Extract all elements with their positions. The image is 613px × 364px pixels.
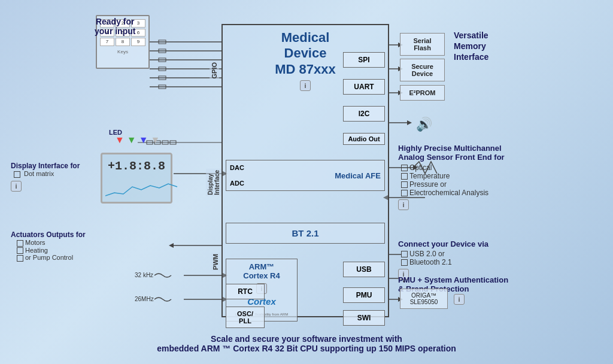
- main-diagram: 1 2 3 4 5 6 7 8 9 Keys Ready for your in…: [6, 6, 607, 358]
- temp-label: Temperature: [409, 172, 450, 180]
- osc-block: OSC/PLL: [226, 307, 265, 328]
- optical-checkbox: [401, 165, 408, 171]
- led-white-icon: ▼: [151, 135, 160, 145]
- bottom-text: Scale and secure your software investmen…: [157, 334, 456, 353]
- freq-26mhz-label: 26MHz: [135, 296, 154, 302]
- speaker-icon: 🔊: [416, 117, 432, 132]
- origa-info-icon[interactable]: i: [454, 294, 465, 305]
- svg-rect-43: [162, 141, 168, 144]
- memory-interface-label: Versatile Memory Interface: [454, 30, 488, 63]
- led-red-icon: ▼: [115, 135, 125, 145]
- svg-rect-8: [159, 58, 166, 62]
- display-box: +1.8:8.8: [101, 153, 172, 204]
- pump-checkbox: [17, 255, 23, 262]
- key-9: 9: [131, 38, 145, 46]
- serial-flash-box: SerialFlash: [400, 33, 445, 56]
- key-8: 8: [116, 38, 130, 46]
- led-green-icon: ▼: [127, 135, 136, 145]
- led-blue-icon: ▼: [139, 135, 148, 145]
- motors-checkbox: [17, 240, 23, 247]
- gpio-side-label: GPIO: [210, 61, 219, 80]
- pump-label: or Pump Control: [25, 254, 73, 261]
- dac-label: DAC: [230, 164, 244, 171]
- chip-block: GPIO DisplayInterface PWM Medical Device…: [221, 24, 389, 317]
- spi-block: SPI: [343, 52, 385, 68]
- analog-sensor-label: Highly Precise Multichannel Analog Senso…: [398, 144, 505, 210]
- bt-block: BT 2.1: [226, 223, 385, 244]
- freq-32khz-label: 32 kHz: [135, 272, 153, 278]
- key-7: 7: [100, 38, 114, 46]
- display-info-icon[interactable]: i: [11, 181, 22, 192]
- origa-box: ORIGA™SLE95050: [400, 289, 448, 309]
- actuators-label: Actuators Outputs for Motors Heating or …: [11, 230, 86, 262]
- adc-label: ADC: [230, 180, 244, 187]
- svg-rect-9: [159, 67, 166, 71]
- display-interface-label: Display Interface for Dot matrix i: [11, 162, 80, 192]
- motors-label: Motors: [25, 239, 45, 246]
- electrochem-label: Electrochemical Analysis: [409, 189, 488, 197]
- pressure-checkbox: [401, 181, 408, 188]
- chip-info-icon[interactable]: i: [300, 80, 311, 91]
- connect-label: Connect your Device via USB 2.0 or Bluet…: [398, 239, 488, 280]
- pmu-block: PMU: [343, 287, 385, 303]
- i2c-block: I2C: [343, 106, 385, 122]
- usb-block: USB: [343, 262, 385, 277]
- audio-out-block: Audio Out: [343, 133, 385, 145]
- usb-checkbox: [401, 251, 408, 257]
- svg-rect-10: [159, 76, 166, 80]
- svg-rect-44: [170, 141, 176, 144]
- uart-block: UART: [343, 79, 385, 95]
- bt-opt-label: Bluetooth 2.1: [409, 258, 452, 266]
- svg-rect-7: [159, 49, 166, 53]
- bt-checkbox: [401, 259, 408, 266]
- pwm-side-label: PWM: [211, 253, 220, 271]
- svg-marker-29: [169, 243, 174, 248]
- display-side-label: DisplayInterface: [206, 169, 221, 196]
- electrochem-checkbox: [401, 190, 408, 196]
- swi-block: SWI: [343, 310, 385, 326]
- secure-device-box: SecureDevice: [400, 59, 445, 81]
- afe-title: Medical AFE: [335, 171, 381, 180]
- dot-matrix-checkbox: [14, 171, 20, 178]
- usb-opt-label: USB 2.0 or: [409, 250, 445, 258]
- analog-info-icon[interactable]: i: [398, 199, 409, 210]
- rtc-block: RTC: [226, 284, 265, 299]
- keypad-label: Keys: [97, 49, 148, 54]
- led-group: ▼ ▼ ▼ ▼: [115, 135, 160, 145]
- temp-checkbox: [401, 173, 408, 180]
- heating-checkbox: [17, 247, 23, 254]
- svg-marker-19: [407, 120, 412, 125]
- arm-label: ARM™Cortex R4: [229, 262, 294, 280]
- pressure-label: Pressure or: [409, 180, 447, 189]
- keypad-title: Ready for your input: [95, 17, 135, 36]
- svg-rect-6: [159, 40, 166, 44]
- display-readout: +1.8:8.8: [102, 154, 171, 173]
- heating-label: Heating: [25, 247, 48, 254]
- e2prom-box: E²PROM: [400, 85, 445, 101]
- svg-rect-11: [159, 85, 166, 89]
- afe-block: DAC ADC Medical AFE: [226, 160, 385, 191]
- optical-label: Optical: [409, 163, 432, 172]
